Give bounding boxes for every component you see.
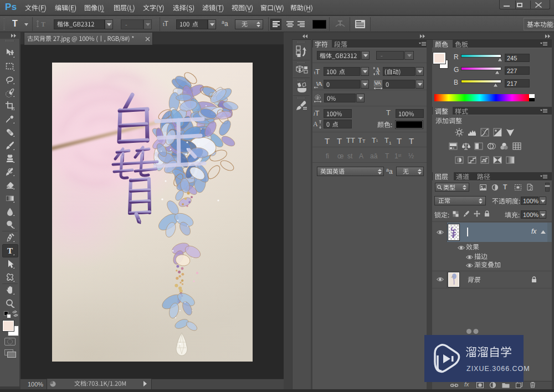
svg-text:A: A xyxy=(318,80,322,87)
svg-text:T: T xyxy=(41,20,45,28)
svg-text:T: T xyxy=(7,246,13,255)
svg-text:A: A xyxy=(313,120,318,128)
